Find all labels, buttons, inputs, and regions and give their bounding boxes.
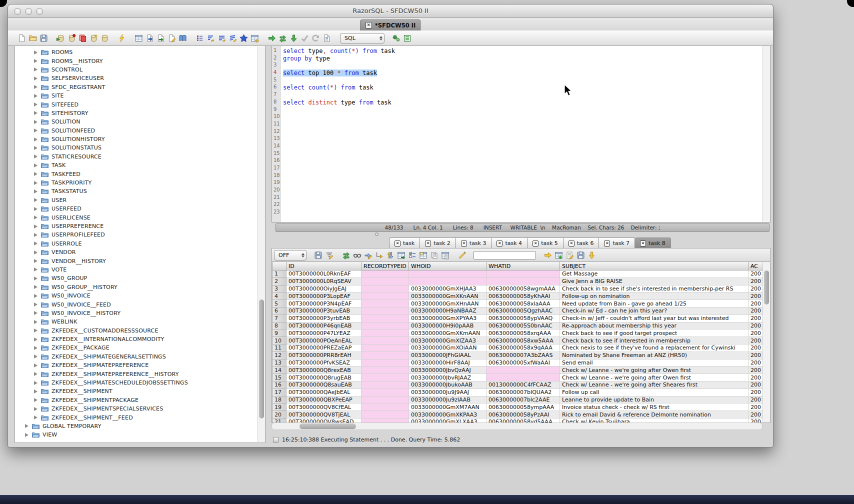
- cell-whatid[interactable]: 00630000005xfWaAAI: [486, 359, 560, 366]
- disclosure-triangle-icon[interactable]: [34, 198, 38, 202]
- close-tab-icon[interactable]: ✕: [425, 240, 431, 246]
- cell-whoid[interactable]: 0033000000GmXOiAAN: [409, 344, 486, 352]
- close-tab-icon[interactable]: ✕: [640, 240, 646, 246]
- limit-select[interactable]: OFF: [274, 250, 306, 260]
- tree-item-zkfedex-shipmategeneralsettings[interactable]: ZKFEDEX__SHIPMATEGENERALSETTINGS: [15, 352, 265, 361]
- cell-subject[interactable]: Invoice status check - check w/ RS first: [560, 404, 748, 411]
- tree-item-w50-group-history[interactable]: W50_GROUP__HISTORY: [15, 283, 265, 292]
- row-number[interactable]: 6: [272, 307, 286, 314]
- cell-subject[interactable]: Check back to see if interested in membe…: [560, 337, 748, 344]
- database-tools-icon[interactable]: [99, 32, 110, 44]
- favorites-icon[interactable]: [238, 32, 249, 44]
- copy-results-icon[interactable]: [428, 250, 440, 261]
- commit-icon[interactable]: [77, 32, 88, 44]
- database-browser[interactable]: ROOMSROOMS__HISTORYSCONTROLSELFSERVICEUS…: [14, 46, 266, 443]
- disclosure-triangle-icon[interactable]: [34, 268, 38, 272]
- save-results-icon[interactable]: [312, 250, 324, 261]
- cell-id[interactable]: 00T3000000L0RqSEAV: [286, 278, 362, 285]
- row-number[interactable]: 13: [272, 359, 286, 366]
- disclosure-triangle-icon[interactable]: [34, 302, 38, 306]
- cell-id[interactable]: 00T3000000QV8TjEAL: [286, 411, 362, 418]
- row-number[interactable]: 3: [272, 285, 286, 292]
- row-number[interactable]: 20: [272, 411, 286, 418]
- align-lines-icon[interactable]: [216, 32, 227, 44]
- cell-recordtypeid[interactable]: [362, 307, 409, 314]
- results-scrollbar[interactable]: [762, 262, 770, 422]
- cell-id[interactable]: 00T3000000P3LopEAF: [286, 292, 362, 300]
- cell-whatid[interactable]: 006300000058xw5AAA: [486, 337, 560, 344]
- cell-subject[interactable]: Re-approach about membership this year: [560, 322, 748, 330]
- disclosure-triangle-icon[interactable]: [34, 338, 38, 342]
- column-header-RECORDTYPEID[interactable]: RECORDTYPEID: [362, 262, 409, 270]
- cell-whatid[interactable]: 00630000005QgzhAAC: [486, 307, 560, 314]
- cell-whatid[interactable]: 006300000058xrqAAA: [486, 330, 560, 337]
- cell-ac[interactable]: 200: [748, 396, 764, 404]
- tree-item-userrole[interactable]: USERROLE: [15, 240, 265, 248]
- disclosure-triangle-icon[interactable]: [25, 424, 28, 428]
- disclosure-triangle-icon[interactable]: [25, 433, 28, 437]
- cell-whatid[interactable]: 006300000058xlaAAA: [486, 300, 560, 308]
- edit-script-icon[interactable]: [166, 32, 177, 44]
- tree-item-zkfedex-customaddresssource[interactable]: ZKFEDEX__CUSTOMADDRESSSOURCE: [15, 326, 265, 335]
- cell-whoid[interactable]: [409, 270, 486, 278]
- tree-item-rooms[interactable]: ROOMS: [15, 48, 265, 56]
- cell-id[interactable]: 00T3000000Q8sauEAB: [286, 381, 362, 388]
- tree-item-site[interactable]: SITE: [15, 92, 265, 100]
- cell-whoid[interactable]: 0033000000GmXHnAAN: [409, 300, 486, 308]
- disclosure-triangle-icon[interactable]: [34, 154, 38, 158]
- tree-item-userprofilefeed[interactable]: USERPROFILEFEED: [15, 230, 265, 239]
- column-header-AC[interactable]: AC: [748, 262, 764, 270]
- disclosure-triangle-icon[interactable]: [34, 68, 38, 72]
- cell-ac[interactable]: 200: [748, 322, 764, 330]
- cell-id[interactable]: 00T3000000Q8rugEAB: [286, 374, 362, 382]
- cell-ac[interactable]: 200: [748, 292, 764, 300]
- tree-item-selfserviceuser[interactable]: SELFSERVICEUSER: [15, 74, 265, 82]
- cell-recordtypeid[interactable]: [362, 344, 409, 352]
- close-tab-icon[interactable]: ✕: [532, 240, 538, 246]
- tree-item-taskstatus[interactable]: TASKSTATUS: [15, 187, 265, 196]
- cell-recordtypeid[interactable]: [362, 278, 409, 285]
- view-results-icon[interactable]: [352, 250, 362, 261]
- reload-script-icon[interactable]: [155, 32, 166, 44]
- cell-recordtypeid[interactable]: [362, 374, 409, 382]
- cell-recordtypeid[interactable]: [362, 396, 409, 404]
- disclosure-triangle-icon[interactable]: [34, 128, 38, 132]
- close-tab-icon[interactable]: ✕: [461, 240, 467, 246]
- cell-id[interactable]: 00T3000000QV8CfEAL: [286, 404, 362, 411]
- cell-whoid[interactable]: 0033000000Ju9J9AAJ: [409, 388, 486, 396]
- result-tab-task-6[interactable]: ✕task 6: [564, 238, 600, 248]
- row-number[interactable]: 16: [272, 381, 286, 388]
- cell-subject[interactable]: Check w/ Leanne - we're going after Owen…: [560, 366, 748, 374]
- close-tab-icon[interactable]: ✕: [394, 240, 400, 246]
- column-header-WHOID[interactable]: WHOID: [409, 262, 486, 270]
- tree-item-zkfedex-shipmentspecialservices[interactable]: ZKFEDEX__SHIPMENTSPECIALSERVICES: [15, 404, 265, 413]
- cell-id[interactable]: 00T3000000OiyJgEAJ: [286, 285, 362, 292]
- tree-item-zkfedex-shipmatescheduledjobssettings[interactable]: ZKFEDEX__SHIPMATESCHEDULEDJOBSSETTINGS: [15, 378, 265, 387]
- disclosure-triangle-icon[interactable]: [34, 190, 38, 194]
- tree-item-rooms-history[interactable]: ROOMS__HISTORY: [15, 56, 265, 65]
- tree-item-sfdc-registrant[interactable]: SFDC_REGISTRANT: [15, 83, 265, 92]
- cell-whoid[interactable]: [409, 278, 486, 285]
- column-header-WHATID[interactable]: WHATID: [486, 262, 560, 270]
- column-header-SUBJECT[interactable]: SUBJECT: [560, 262, 748, 270]
- tree-item-solutionfeed[interactable]: SOLUTIONFEED: [15, 126, 265, 135]
- disclosure-triangle-icon[interactable]: [34, 216, 38, 220]
- search-next-icon[interactable]: [542, 250, 553, 261]
- disclosure-triangle-icon[interactable]: [34, 50, 38, 54]
- tree-item-vote[interactable]: VOTE: [15, 266, 265, 274]
- execute-sql-icon[interactable]: [116, 32, 127, 44]
- export-data-icon[interactable]: [144, 32, 155, 44]
- insert-row-icon[interactable]: [553, 250, 564, 261]
- highlight-icon[interactable]: [456, 250, 468, 261]
- select-columns-icon[interactable]: [406, 250, 418, 261]
- cell-id[interactable]: 00T3000000P3yrbEAB: [286, 314, 362, 322]
- cell-id[interactable]: 00T3000000Q8rexEAB: [286, 366, 362, 374]
- tree-item-sitehistory[interactable]: SITEHISTORY: [15, 109, 265, 118]
- disclosure-triangle-icon[interactable]: [34, 398, 38, 402]
- fetch-next-icon[interactable]: [288, 32, 299, 44]
- cell-recordtypeid[interactable]: [362, 366, 409, 374]
- cell-whoid[interactable]: 0033000000GmXIZAA3: [409, 337, 486, 344]
- cell-subject[interactable]: Need update from Bain - gave go ahead 1/…: [560, 300, 748, 308]
- cell-recordtypeid[interactable]: [362, 300, 409, 308]
- tree-item-solutionstatus[interactable]: SOLUTIONSTATUS: [15, 144, 265, 152]
